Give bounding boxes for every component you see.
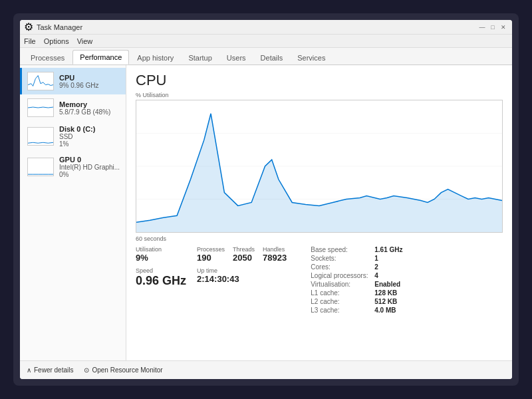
uptime-value: 2:14:30:43 bbox=[197, 274, 287, 284]
tab-bar: Processes Performance App history Startu… bbox=[20, 48, 512, 65]
utilisation-value: 9% bbox=[136, 253, 186, 263]
l3-val: 4.0 MB bbox=[374, 307, 396, 314]
l1-key: L1 cache: bbox=[311, 289, 370, 297]
gpu-item-info: GPU 0 Intel(R) HD Graphi...0% bbox=[59, 156, 120, 178]
sidebar-item-memory[interactable]: Memory 5.8/7.9 GB (48%) bbox=[20, 94, 126, 121]
base-speed-val: 1.61 GHz bbox=[374, 246, 402, 253]
gpu-mini-graph bbox=[27, 158, 54, 176]
tab-startup[interactable]: Startup bbox=[182, 51, 218, 65]
menu-bar: File Options View bbox=[20, 35, 512, 48]
panel-title: CPU bbox=[136, 72, 503, 89]
stats-row: Utilisation 9% Speed 0.96 GHz Processes bbox=[136, 246, 503, 314]
cpu-item-name: CPU bbox=[59, 74, 120, 82]
stat-col-processes: Processes 190 Threads 2050 Handles 78923 bbox=[197, 246, 287, 284]
gpu-item-name: GPU 0 bbox=[59, 156, 120, 164]
tab-app-history[interactable]: App history bbox=[130, 51, 180, 65]
tab-services[interactable]: Services bbox=[291, 51, 332, 65]
chevron-up-icon: ∧ bbox=[27, 366, 31, 374]
l1-val: 128 KB bbox=[374, 289, 397, 297]
info-l2: L2 cache: 512 KB bbox=[311, 298, 402, 305]
memory-item-name: Memory bbox=[59, 100, 120, 108]
sidebar: CPU 9% 0.96 GHz Memory 5.8/7.9 GB (48%) bbox=[20, 65, 126, 360]
screen: ⚙ Task Manager — □ ✕ File Options View P… bbox=[20, 20, 512, 379]
sockets-val: 1 bbox=[374, 255, 378, 262]
handles-value: 78923 bbox=[263, 253, 287, 263]
info-sockets: Sockets: 1 bbox=[311, 255, 402, 262]
handles-label: Handles bbox=[263, 246, 287, 253]
disk-mini-graph bbox=[27, 127, 54, 146]
menu-options[interactable]: Options bbox=[44, 37, 69, 45]
cpu-item-info: CPU 9% 0.96 GHz bbox=[59, 74, 120, 89]
title-bar-text: Task Manager bbox=[37, 23, 477, 31]
tab-processes[interactable]: Processes bbox=[24, 51, 71, 65]
resource-monitor-icon: ⊙ bbox=[84, 366, 89, 374]
memory-item-detail: 5.8/7.9 GB (48%) bbox=[59, 108, 120, 116]
speed-label: Speed bbox=[136, 267, 186, 274]
close-button[interactable]: ✕ bbox=[499, 23, 508, 32]
utilisation-label: Utilisation bbox=[136, 246, 186, 253]
sidebar-item-cpu[interactable]: CPU 9% 0.96 GHz bbox=[20, 68, 126, 94]
stat-col-utilisation: Utilisation 9% Speed 0.96 GHz bbox=[136, 246, 186, 288]
logical-key: Logical processors: bbox=[311, 272, 370, 279]
info-cores: Cores: 2 bbox=[311, 263, 402, 271]
menu-file[interactable]: File bbox=[24, 37, 36, 45]
info-l1: L1 cache: 128 KB bbox=[311, 289, 402, 297]
processes-value: 190 bbox=[197, 253, 225, 263]
monitor-frame: ⚙ Task Manager — □ ✕ File Options View P… bbox=[13, 13, 519, 386]
cpu-graph bbox=[136, 100, 503, 233]
l2-key: L2 cache: bbox=[311, 298, 370, 305]
minimize-button[interactable]: — bbox=[477, 23, 487, 32]
virtualisation-val: Enabled bbox=[374, 281, 400, 288]
l2-val: 512 KB bbox=[374, 298, 397, 305]
info-col-left: Base speed: 1.61 GHz Sockets: 1 Cores: 2 bbox=[311, 246, 402, 314]
info-grid: Base speed: 1.61 GHz Sockets: 1 Cores: 2 bbox=[311, 246, 402, 314]
gpu-item-detail: Intel(R) HD Graphi...0% bbox=[59, 164, 120, 178]
stat-speed: Speed 0.96 GHz bbox=[136, 267, 186, 288]
fewer-details-link[interactable]: ∧ Fewer details bbox=[27, 366, 73, 374]
tab-details[interactable]: Details bbox=[254, 51, 290, 65]
open-resource-label: Open Resource Monitor bbox=[92, 366, 162, 374]
sockets-key: Sockets: bbox=[311, 255, 370, 262]
memory-item-info: Memory 5.8/7.9 GB (48%) bbox=[59, 100, 120, 116]
info-logical: Logical processors: 4 bbox=[311, 272, 402, 279]
sidebar-item-gpu[interactable]: GPU 0 Intel(R) HD Graphi...0% bbox=[20, 152, 126, 182]
info-virtualisation: Virtualisation: Enabled bbox=[311, 281, 402, 288]
processes-label: Processes bbox=[197, 246, 225, 253]
menu-view[interactable]: View bbox=[77, 37, 93, 45]
time-label: 60 seconds bbox=[136, 235, 503, 242]
main-content: CPU 9% 0.96 GHz Memory 5.8/7.9 GB (48%) bbox=[20, 65, 512, 360]
bottom-bar: ∧ Fewer details ⊙ Open Resource Monitor bbox=[20, 360, 512, 379]
stat-handles: Handles 78923 bbox=[263, 246, 287, 263]
tab-users[interactable]: Users bbox=[220, 51, 253, 65]
cpu-panel: CPU % Utilisation 60 seconds bbox=[126, 65, 512, 360]
info-base-speed: Base speed: 1.61 GHz bbox=[311, 246, 402, 253]
stat-processes: Processes 190 bbox=[197, 246, 225, 263]
base-speed-key: Base speed: bbox=[311, 246, 370, 253]
svg-marker-3 bbox=[136, 114, 502, 232]
info-l3: L3 cache: 4.0 MB bbox=[311, 307, 402, 314]
title-bar-buttons: — □ ✕ bbox=[477, 23, 508, 32]
title-bar-icon: ⚙ bbox=[24, 23, 33, 32]
tab-performance[interactable]: Performance bbox=[72, 50, 129, 65]
threads-label: Threads bbox=[233, 246, 255, 253]
logical-val: 4 bbox=[374, 272, 378, 279]
stat-uptime: Up time 2:14:30:43 bbox=[197, 267, 287, 284]
open-resource-monitor-link[interactable]: ⊙ Open Resource Monitor bbox=[84, 366, 162, 374]
speed-value: 0.96 GHz bbox=[136, 274, 186, 288]
stat-threads: Threads 2050 bbox=[233, 246, 255, 263]
disk-item-info: Disk 0 (C:) SSD1% bbox=[59, 125, 120, 148]
stat-utilisation: Utilisation 9% bbox=[136, 246, 186, 263]
disk-item-detail: SSD1% bbox=[59, 133, 120, 148]
memory-mini-graph bbox=[27, 98, 54, 117]
title-bar: ⚙ Task Manager — □ ✕ bbox=[20, 20, 512, 35]
l3-key: L3 cache: bbox=[311, 307, 370, 314]
sidebar-item-disk[interactable]: Disk 0 (C:) SSD1% bbox=[20, 121, 126, 152]
cpu-mini-graph bbox=[27, 72, 54, 90]
cpu-item-detail: 9% 0.96 GHz bbox=[59, 82, 120, 89]
uptime-label: Up time bbox=[197, 267, 287, 274]
graph-label: % Utilisation bbox=[136, 92, 503, 98]
virtualisation-key: Virtualisation: bbox=[311, 281, 370, 288]
fewer-details-label: Fewer details bbox=[34, 366, 73, 374]
threads-value: 2050 bbox=[233, 253, 255, 263]
maximize-button[interactable]: □ bbox=[488, 23, 497, 32]
